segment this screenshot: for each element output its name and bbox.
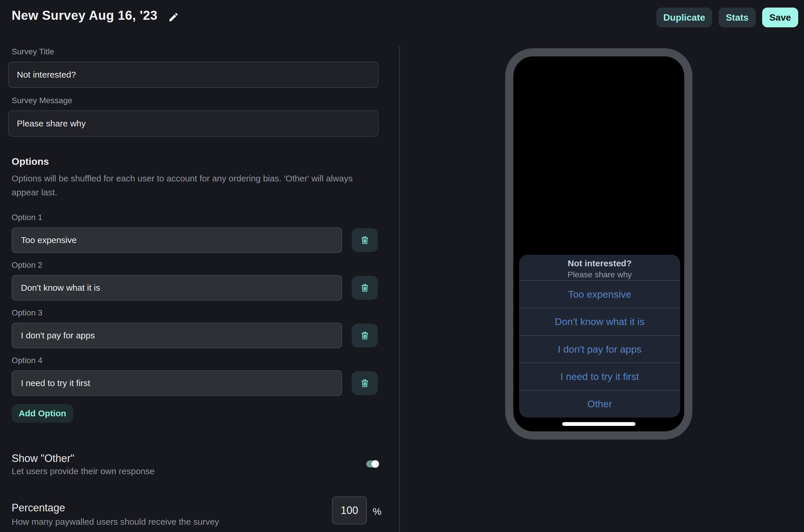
preview-option-1: Too expensive xyxy=(519,280,680,308)
option-1-input[interactable] xyxy=(12,227,342,253)
add-option-button[interactable]: Add Option xyxy=(12,404,73,423)
page-title: New Survey Aug 16, '23 xyxy=(12,8,157,23)
delete-option-1-button[interactable] xyxy=(352,228,378,252)
preview-subtitle: Please share why xyxy=(568,270,632,279)
option-3-input[interactable] xyxy=(12,323,342,348)
phone-home-indicator xyxy=(562,422,635,426)
delete-option-3-button[interactable] xyxy=(352,324,378,347)
edit-title-pencil-icon[interactable] xyxy=(168,12,179,23)
show-other-toggle[interactable] xyxy=(366,460,379,468)
trash-icon xyxy=(360,235,370,245)
options-heading: Options xyxy=(12,156,49,167)
survey-preview-card: Not interested? Please share why Too exp… xyxy=(519,255,680,417)
show-other-title: Show "Other" xyxy=(12,452,74,464)
trash-icon xyxy=(360,378,370,388)
option-3-label: Option 3 xyxy=(12,308,42,318)
preview-option-2: Don't know what it is xyxy=(519,308,680,335)
preview-option-other: Other xyxy=(519,390,680,417)
delete-option-4-button[interactable] xyxy=(352,371,378,395)
preview-option-4: I need to try it first xyxy=(519,362,680,390)
delete-option-2-button[interactable] xyxy=(352,276,378,300)
percentage-unit: % xyxy=(372,506,381,517)
option-4-label: Option 4 xyxy=(12,356,42,365)
panel-divider xyxy=(399,46,400,532)
survey-title-label: Survey Title xyxy=(12,47,54,56)
options-description: Options will be shuffled for each user t… xyxy=(12,172,369,200)
toggle-knob xyxy=(371,460,379,468)
duplicate-button[interactable]: Duplicate xyxy=(656,7,712,27)
stats-button[interactable]: Stats xyxy=(719,7,756,27)
percentage-input[interactable] xyxy=(332,496,367,525)
preview-title: Not interested? xyxy=(568,259,632,268)
percentage-subtitle: How many paywalled users should receive … xyxy=(12,517,219,527)
option-2-label: Option 2 xyxy=(12,261,42,270)
preview-card-header: Not interested? Please share why xyxy=(519,255,680,280)
survey-message-label: Survey Message xyxy=(12,96,72,105)
preview-option-3: I don't pay for apps xyxy=(519,335,680,362)
option-2-input[interactable] xyxy=(12,275,342,301)
survey-title-input[interactable] xyxy=(8,62,379,88)
save-button[interactable]: Save xyxy=(762,7,798,27)
option-4-input[interactable] xyxy=(12,370,342,396)
trash-icon xyxy=(360,283,370,293)
trash-icon xyxy=(360,330,370,341)
show-other-subtitle: Let users provide their own response xyxy=(12,466,155,476)
option-1-label: Option 1 xyxy=(12,213,42,222)
survey-message-input[interactable] xyxy=(8,111,379,137)
percentage-title: Percentage xyxy=(12,502,65,514)
